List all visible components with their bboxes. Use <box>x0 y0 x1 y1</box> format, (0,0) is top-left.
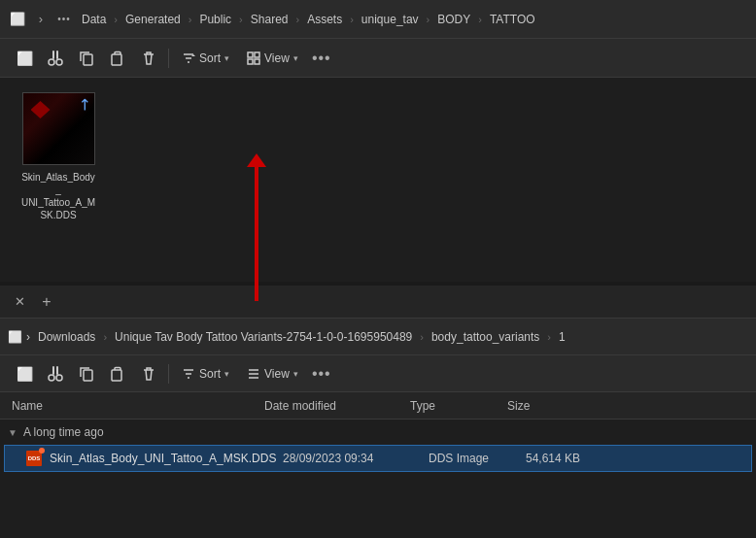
sep-5: › <box>350 14 354 25</box>
svg-point-13 <box>56 375 62 381</box>
sort-button-top[interactable]: Sort ▾ <box>174 45 237 72</box>
view-chevron-bottom: ▾ <box>293 369 298 379</box>
breadcrumb-variants[interactable]: body_tattoo_variants <box>428 328 543 346</box>
tab-add-button[interactable]: + <box>35 290 58 314</box>
bottom-sep-2: › <box>420 331 424 343</box>
close-icon: ✕ <box>15 294 25 309</box>
more-button-bottom[interactable]: ••• <box>308 361 335 387</box>
bottom-explorer-window: ✕ + ⬜ › Downloads › Unique Tav Body Tatt… <box>0 286 756 538</box>
table-header: Name Date modified Type Size <box>0 392 756 420</box>
group-label: A long time ago <box>23 425 104 439</box>
bottom-paste-button[interactable] <box>103 360 132 387</box>
svg-rect-11 <box>56 366 58 375</box>
delete-button[interactable] <box>134 45 163 72</box>
bottom-toolbar-divider <box>168 364 169 384</box>
view-chevron-top: ▾ <box>293 53 298 63</box>
sep-4: › <box>295 14 299 25</box>
more-nav-icon[interactable]: ••• <box>54 10 74 29</box>
breadcrumb-generated[interactable]: Generated <box>121 11 185 28</box>
col-header-size[interactable]: Size <box>503 399 591 413</box>
file-type-cell: DDS Image <box>429 452 526 465</box>
breadcrumb-data[interactable]: Data <box>78 11 110 28</box>
copy-button[interactable] <box>72 45 101 72</box>
bottom-sep-1: › <box>103 331 107 343</box>
file-thumbnail[interactable]: ↗ Skin_Atlas_Body_UNI_Tattoo_A_MSK.DDS <box>19 92 97 221</box>
table-row[interactable]: DDS Skin_Atlas_Body_UNI_Tattoo_A_MSK.DDS… <box>4 445 752 472</box>
bottom-toolbar: ⬜ <box>0 355 756 392</box>
bottom-back-icon[interactable]: › <box>26 330 30 344</box>
breadcrumb-shared[interactable]: Shared <box>247 11 292 28</box>
bottom-delete-button[interactable] <box>134 360 163 387</box>
svg-rect-14 <box>84 370 92 381</box>
paste-button[interactable] <box>103 45 132 72</box>
breadcrumb-assets[interactable]: Assets <box>303 11 346 28</box>
sort-label-top: Sort <box>199 51 221 65</box>
svg-rect-1 <box>56 50 58 59</box>
bottom-address-bar: ⬜ › Downloads › Unique Tav Body Tattoo V… <box>0 319 756 355</box>
breadcrumb-body[interactable]: BODY <box>433 11 474 28</box>
breadcrumb-downloads[interactable]: Downloads <box>34 328 99 346</box>
breadcrumb-mod-folder[interactable]: Unique Tav Body Tattoo Variants-2754-1-0… <box>111 328 416 346</box>
view-label-bottom: View <box>264 367 290 381</box>
file-size-cell: 54,614 KB <box>526 452 613 465</box>
top-explorer-window: ⬜ › ••• Data › Generated › Public › Shar… <box>0 0 756 282</box>
bottom-window-icon: ⬜ <box>8 330 22 344</box>
svg-point-2 <box>49 59 54 65</box>
sep-7: › <box>478 14 482 25</box>
dds-file-icon: DDS <box>26 451 42 466</box>
file-name-cell: Skin_Atlas_Body_UNI_Tattoo_A_MSK.DDS <box>50 452 283 465</box>
sort-chevron-top: ▾ <box>224 53 229 63</box>
tab-bar: ✕ + <box>0 286 756 319</box>
col-header-name[interactable]: Name <box>8 399 260 413</box>
red-arrow-indicator <box>255 165 258 301</box>
group-collapse-arrow[interactable]: ▼ <box>8 427 17 438</box>
back-icon[interactable]: › <box>31 10 51 29</box>
svg-rect-7 <box>255 52 259 57</box>
sep-2: › <box>189 14 192 25</box>
thumbnail-preview: ↗ <box>22 92 95 165</box>
svg-rect-0 <box>52 50 54 59</box>
view-button-top[interactable]: View ▾ <box>239 45 306 72</box>
bottom-copy-button[interactable] <box>72 360 101 387</box>
file-area-top: ↗ Skin_Atlas_Body_UNI_Tattoo_A_MSK.DDS <box>0 78 756 282</box>
svg-rect-4 <box>84 54 92 65</box>
svg-point-3 <box>56 59 62 65</box>
view-button-bottom[interactable]: View ▾ <box>239 360 306 387</box>
breadcrumb-public[interactable]: Public <box>195 11 235 28</box>
sort-chevron-bottom: ▾ <box>224 369 229 379</box>
toolbar-divider-1 <box>168 49 169 68</box>
svg-point-12 <box>49 375 54 381</box>
svg-rect-15 <box>112 370 121 381</box>
svg-rect-8 <box>248 59 253 64</box>
svg-rect-9 <box>255 59 259 64</box>
cut-button[interactable] <box>41 45 70 72</box>
window-icon: ⬜ <box>8 10 27 29</box>
svg-rect-5 <box>112 54 121 65</box>
sep-6: › <box>427 14 430 25</box>
bottom-cut-button[interactable] <box>41 360 70 387</box>
sort-button-bottom[interactable]: Sort ▾ <box>174 360 237 387</box>
file-date-cell: 28/09/2023 09:34 <box>283 452 429 465</box>
svg-rect-10 <box>52 366 54 375</box>
top-toolbar: ⬜ <box>0 39 756 78</box>
breadcrumb-tattoo[interactable]: TATTOO <box>486 11 539 28</box>
bottom-sep-3: › <box>547 331 551 343</box>
add-icon: + <box>42 293 51 311</box>
breadcrumb-unique-tav[interactable]: unique_tav <box>358 11 423 28</box>
new-folder-button[interactable]: ⬜ <box>10 45 39 72</box>
sep-1: › <box>114 14 118 25</box>
svg-rect-6 <box>248 52 253 57</box>
thumb-filename: Skin_Atlas_Body_UNI_Tattoo_A_MSK.DDS <box>19 171 97 221</box>
bottom-new-folder-button[interactable]: ⬜ <box>10 360 39 387</box>
col-header-type[interactable]: Type <box>406 399 503 413</box>
col-header-date[interactable]: Date modified <box>260 399 406 413</box>
sep-3: › <box>239 14 243 25</box>
breadcrumb-num[interactable]: 1 <box>555 328 569 346</box>
group-header: ▼ A long time ago <box>0 420 756 445</box>
more-button-top[interactable]: ••• <box>308 46 335 71</box>
top-address-bar: ⬜ › ••• Data › Generated › Public › Shar… <box>0 0 756 39</box>
view-label-top: View <box>264 51 290 65</box>
sort-label-bottom: Sort <box>199 367 221 381</box>
file-icon: DDS <box>24 449 44 468</box>
tab-close-button[interactable]: ✕ <box>8 290 31 314</box>
